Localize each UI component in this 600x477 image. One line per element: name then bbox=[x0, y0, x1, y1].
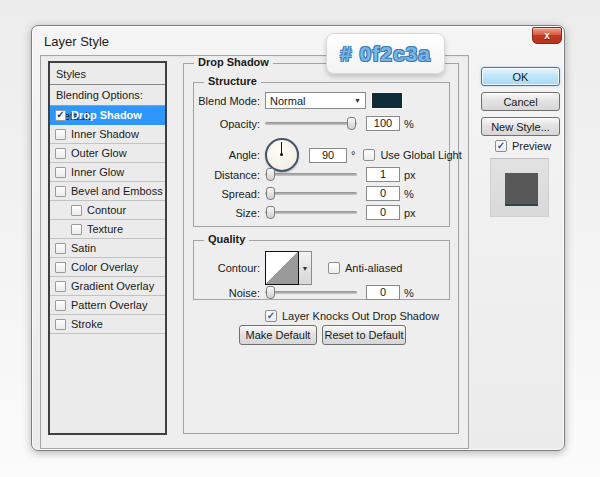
style-checkbox[interactable] bbox=[71, 224, 82, 235]
drop-shadow-panel: Drop Shadow Structure Blend Mode: Normal… bbox=[183, 63, 459, 434]
sidebar-item-bevel-and-emboss[interactable]: Bevel and Emboss bbox=[50, 182, 165, 201]
opacity-value[interactable]: 100 bbox=[366, 116, 400, 131]
reset-to-default-button[interactable]: Reset to Default bbox=[322, 325, 406, 345]
noise-slider-thumb[interactable] bbox=[266, 286, 275, 299]
preview-checkbox[interactable]: ✓ bbox=[495, 140, 507, 152]
quality-legend: Quality bbox=[204, 233, 249, 245]
size-unit: px bbox=[404, 207, 416, 219]
size-value[interactable]: 0 bbox=[366, 205, 400, 220]
sidebar-item-label: Color Overlay bbox=[71, 261, 138, 273]
spread-unit: % bbox=[404, 188, 414, 200]
sidebar-item-pattern-overlay[interactable]: Pattern Overlay bbox=[50, 296, 165, 315]
check-icon: ✓ bbox=[267, 311, 275, 321]
new-style-button[interactable]: New Style... bbox=[481, 117, 560, 136]
dialog-title: Layer Style bbox=[44, 34, 109, 49]
sidebar-item-label: Outer Glow bbox=[71, 147, 127, 159]
sidebar-items: ✓ Drop Shadow Inner Shadow Outer Glow In… bbox=[50, 106, 165, 334]
check-icon: ✓ bbox=[497, 141, 505, 151]
style-checkbox[interactable] bbox=[55, 129, 66, 140]
style-checkbox[interactable] bbox=[55, 243, 66, 254]
sidebar-item-label: Satin bbox=[71, 242, 96, 254]
sidebar-item-gradient-overlay[interactable]: Gradient Overlay bbox=[50, 277, 165, 296]
preview-thumbnail bbox=[505, 173, 538, 206]
spread-value[interactable]: 0 bbox=[366, 186, 400, 201]
layer-style-dialog: Layer Style x Styles Blending Options: D… bbox=[31, 25, 565, 451]
sidebar-item-label: Stroke bbox=[71, 318, 103, 330]
cancel-button[interactable]: Cancel bbox=[481, 92, 560, 111]
contour-picker[interactable] bbox=[265, 251, 299, 285]
structure-group: Structure Blend Mode: Normal ▼ Opacity: … bbox=[193, 82, 450, 227]
structure-legend: Structure bbox=[204, 75, 261, 87]
layer-knocks-out-checkbox[interactable]: ✓ bbox=[265, 310, 277, 322]
opacity-slider[interactable] bbox=[265, 122, 357, 125]
color-annotation-badge: # 0f2c3a bbox=[326, 33, 445, 74]
chevron-down-icon: ▼ bbox=[302, 265, 309, 272]
noise-value[interactable]: 0 bbox=[366, 285, 400, 300]
style-checkbox[interactable] bbox=[71, 205, 82, 216]
opacity-slider-thumb[interactable] bbox=[347, 117, 356, 130]
ok-button[interactable]: OK bbox=[481, 67, 560, 86]
size-slider[interactable] bbox=[265, 211, 357, 214]
spread-slider[interactable] bbox=[265, 192, 357, 195]
style-checkbox[interactable] bbox=[55, 148, 66, 159]
noise-slider[interactable] bbox=[265, 291, 357, 294]
styles-sidebar: Styles Blending Options: Default ✓ Drop … bbox=[48, 61, 167, 435]
use-global-light-checkbox[interactable] bbox=[363, 149, 375, 161]
style-checkbox[interactable] bbox=[55, 300, 66, 311]
sidebar-item-label: Inner Shadow bbox=[71, 128, 139, 140]
style-checkbox[interactable] bbox=[55, 186, 66, 197]
blend-mode-value: Normal bbox=[270, 95, 354, 107]
spread-slider-thumb[interactable] bbox=[266, 187, 275, 200]
close-icon: x bbox=[544, 30, 550, 41]
noise-label: Noise: bbox=[194, 287, 260, 299]
opacity-label: Opacity: bbox=[194, 118, 260, 130]
sidebar-item-satin[interactable]: Satin bbox=[50, 239, 165, 258]
angle-unit: ° bbox=[351, 149, 355, 161]
sidebar-item-inner-glow[interactable]: Inner Glow bbox=[50, 163, 165, 182]
size-slider-thumb[interactable] bbox=[266, 206, 275, 219]
make-default-button[interactable]: Make Default bbox=[239, 325, 317, 345]
style-checkbox[interactable] bbox=[55, 281, 66, 292]
anti-aliased-checkbox[interactable] bbox=[328, 262, 340, 274]
anti-aliased-label: Anti-aliased bbox=[345, 262, 402, 274]
check-icon: ✓ bbox=[56, 110, 64, 120]
distance-slider[interactable] bbox=[265, 173, 357, 176]
sidebar-item-blending-options[interactable]: Blending Options: Default bbox=[50, 85, 165, 106]
chevron-down-icon: ▼ bbox=[354, 97, 361, 104]
sidebar-item-contour[interactable]: Contour bbox=[50, 201, 165, 220]
shadow-color-swatch[interactable] bbox=[372, 93, 402, 108]
style-checkbox[interactable]: ✓ bbox=[55, 110, 66, 121]
sidebar-item-stroke[interactable]: Stroke bbox=[50, 315, 165, 334]
sidebar-item-label: Drop Shadow bbox=[71, 109, 142, 121]
sidebar-item-texture[interactable]: Texture bbox=[50, 220, 165, 239]
angle-label: Angle: bbox=[194, 149, 260, 161]
preview-label: Preview bbox=[512, 140, 551, 152]
distance-unit: px bbox=[404, 169, 416, 181]
sidebar-item-color-overlay[interactable]: Color Overlay bbox=[50, 258, 165, 277]
distance-label: Distance: bbox=[194, 169, 260, 181]
preview-panel bbox=[490, 158, 549, 217]
size-label: Size: bbox=[194, 207, 260, 219]
sidebar-item-outer-glow[interactable]: Outer Glow bbox=[50, 144, 165, 163]
spread-label: Spread: bbox=[194, 188, 260, 200]
style-checkbox[interactable] bbox=[55, 262, 66, 273]
contour-label: Contour: bbox=[194, 262, 260, 274]
blend-mode-dropdown[interactable]: Normal ▼ bbox=[265, 92, 366, 109]
sidebar-item-label: Pattern Overlay bbox=[71, 299, 147, 311]
style-checkbox[interactable] bbox=[55, 167, 66, 178]
contour-dropdown-arrow[interactable]: ▼ bbox=[299, 251, 312, 285]
blend-mode-label: Blend Mode: bbox=[194, 95, 260, 107]
use-global-light-label: Use Global Light bbox=[380, 149, 461, 161]
distance-slider-thumb[interactable] bbox=[266, 168, 275, 181]
angle-center-dot bbox=[280, 153, 283, 156]
style-checkbox[interactable] bbox=[55, 319, 66, 330]
sidebar-item-label: Texture bbox=[87, 223, 123, 235]
layer-knocks-out-label: Layer Knocks Out Drop Shadow bbox=[282, 310, 439, 322]
quality-group: Quality Contour: ▼ Anti-aliased Noise: 0… bbox=[193, 240, 450, 300]
distance-value[interactable]: 1 bbox=[366, 167, 400, 182]
angle-value[interactable]: 90 bbox=[309, 148, 347, 163]
color-annotation-text: # 0f2c3a bbox=[340, 42, 431, 66]
sidebar-item-label: Inner Glow bbox=[71, 166, 124, 178]
close-button[interactable]: x bbox=[532, 27, 562, 44]
sidebar-item-inner-shadow[interactable]: Inner Shadow bbox=[50, 125, 165, 144]
